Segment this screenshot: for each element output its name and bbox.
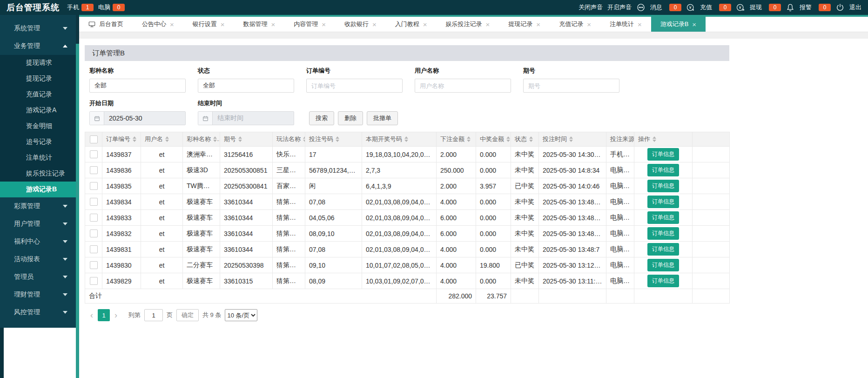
sidebar-item[interactable]: 彩票管理 xyxy=(0,197,76,215)
sort-icon[interactable] xyxy=(165,136,169,142)
start-date-input[interactable]: 2025-05-30 xyxy=(89,111,186,125)
close-icon[interactable]: × xyxy=(271,21,276,28)
status-select[interactable]: 全部 xyxy=(198,79,294,93)
page-size-select[interactable]: 10 条/页 xyxy=(225,309,257,321)
username-input[interactable] xyxy=(415,79,511,93)
row-checkbox[interactable] xyxy=(90,230,98,237)
row-checkbox[interactable] xyxy=(90,198,98,206)
sort-icon[interactable] xyxy=(303,136,305,142)
scrollbar-thumb[interactable] xyxy=(76,44,79,378)
sidebar-item[interactable]: 管理员 xyxy=(0,268,76,286)
search-button[interactable]: 搜索 xyxy=(309,111,334,125)
sort-icon[interactable] xyxy=(238,136,242,142)
sort-icon[interactable] xyxy=(529,136,533,142)
withdraw-link[interactable]: 提现 xyxy=(750,3,762,12)
order-info-button[interactable]: 订单信息 xyxy=(647,211,679,224)
messages-link[interactable]: 消息 xyxy=(650,3,662,12)
row-checkbox[interactable] xyxy=(90,150,98,158)
row-checkbox[interactable] xyxy=(90,261,98,269)
column-header[interactable]: 投注号码 xyxy=(305,132,362,147)
tab[interactable]: 提现记录 × xyxy=(499,17,550,32)
page-1-button[interactable]: 1 xyxy=(98,309,110,321)
column-header[interactable]: 状态 xyxy=(511,132,539,147)
row-checkbox[interactable] xyxy=(90,277,98,285)
sidebar-item[interactable]: 用户管理 xyxy=(0,215,76,233)
logout-button[interactable]: 退出 xyxy=(849,3,861,12)
order-info-button[interactable]: 订单信息 xyxy=(647,164,679,176)
power-icon[interactable] xyxy=(835,3,845,12)
column-header[interactable]: 彩种名称 xyxy=(183,132,220,147)
row-checkbox[interactable] xyxy=(90,182,98,190)
tab[interactable]: 游戏记录B × xyxy=(651,17,706,32)
batch-cancel-button[interactable]: 批撤单 xyxy=(367,111,398,125)
sidebar-item[interactable]: 风控管理 xyxy=(0,304,76,321)
order-info-button[interactable]: 订单信息 xyxy=(647,275,679,287)
next-page-button[interactable]: › xyxy=(114,311,118,319)
sort-icon[interactable] xyxy=(569,136,573,142)
alarm-link[interactable]: 报警 xyxy=(800,3,812,12)
column-header[interactable]: 玩法名称 xyxy=(273,132,305,147)
prev-page-button[interactable]: ‹ xyxy=(89,311,94,319)
tab[interactable]: 内容管理 × xyxy=(284,17,335,32)
sort-icon[interactable] xyxy=(404,136,408,142)
close-icon[interactable]: × xyxy=(170,21,174,28)
sidebar-item[interactable]: 理财管理 xyxy=(0,286,76,304)
close-icon[interactable]: × xyxy=(322,21,326,28)
sidebar-item[interactable]: 业务管理 xyxy=(0,37,76,55)
close-icon[interactable]: × xyxy=(486,21,490,28)
sidebar-item[interactable]: 充值记录 xyxy=(0,87,76,102)
column-header[interactable]: 操作 xyxy=(634,132,693,147)
close-icon[interactable]: × xyxy=(638,21,642,28)
tab[interactable]: 公告中心 × xyxy=(133,17,183,32)
sidebar-item[interactable]: 系统管理 xyxy=(0,20,76,37)
confirm-button[interactable]: 确定 xyxy=(176,309,199,321)
message-icon[interactable] xyxy=(636,3,646,12)
row-checkbox[interactable] xyxy=(90,214,98,222)
close-icon[interactable]: × xyxy=(692,21,696,28)
tab[interactable]: 后台首页 × xyxy=(79,17,133,32)
tab[interactable]: 收款银行 × xyxy=(335,17,386,32)
column-header[interactable]: 投注来源 xyxy=(606,132,634,147)
sidebar-item[interactable]: 追号记录 xyxy=(0,134,76,150)
sort-icon[interactable] xyxy=(336,136,339,142)
recharge-icon[interactable]: ¥ xyxy=(686,3,695,12)
tab[interactable]: 充值记录 × xyxy=(550,17,600,32)
sidebar-item[interactable]: 提现请求 xyxy=(0,55,76,71)
column-header[interactable]: 下注金额 xyxy=(437,132,476,147)
order-info-button[interactable]: 订单信息 xyxy=(647,196,679,208)
delete-button[interactable]: 删除 xyxy=(338,111,363,125)
sidebar-item[interactable]: 资金明细 xyxy=(0,118,76,134)
column-header[interactable]: 投注时间 xyxy=(539,132,606,147)
end-time-input[interactable]: 结束时间 xyxy=(198,111,294,125)
sidebar-item[interactable]: 娱乐投注记录 xyxy=(0,166,76,182)
order-info-button[interactable]: 订单信息 xyxy=(647,259,679,271)
close-icon[interactable]: × xyxy=(536,21,540,28)
bell-icon[interactable] xyxy=(786,3,795,12)
lottery-name-select[interactable]: 全部 xyxy=(89,79,186,93)
tab[interactable]: 银行设置 × xyxy=(183,17,234,32)
order-info-button[interactable]: 订单信息 xyxy=(647,148,679,161)
row-checkbox[interactable] xyxy=(90,166,98,174)
sort-icon[interactable] xyxy=(213,136,217,142)
column-header[interactable]: 订单编号 xyxy=(102,132,141,147)
select-all-checkbox[interactable] xyxy=(90,135,98,143)
unmute-sound-button[interactable]: 开启声音 xyxy=(607,3,632,12)
row-checkbox[interactable] xyxy=(90,245,98,253)
close-icon[interactable]: × xyxy=(587,21,591,28)
sidebar-item[interactable]: 注单统计 xyxy=(0,150,76,166)
column-header[interactable]: 用户名 xyxy=(141,132,183,147)
order-info-button[interactable]: 订单信息 xyxy=(647,243,679,256)
sort-icon[interactable] xyxy=(506,136,510,142)
order-info-button[interactable]: 订单信息 xyxy=(647,227,679,240)
sidebar-item[interactable]: 提现记录 xyxy=(0,71,76,87)
jump-page-input[interactable] xyxy=(144,309,163,321)
sort-icon[interactable] xyxy=(133,136,136,142)
tab[interactable]: 注单统计 × xyxy=(600,17,651,32)
sort-icon[interactable] xyxy=(653,136,656,142)
sidebar-scrollbar[interactable] xyxy=(76,15,79,378)
close-icon[interactable]: × xyxy=(372,21,377,28)
tab[interactable]: 娱乐投注记录 × xyxy=(437,17,499,32)
sidebar-item[interactable]: 福利中心 xyxy=(0,233,76,250)
tab[interactable]: 数据管理 × xyxy=(234,17,285,32)
withdraw-icon[interactable]: ¥ xyxy=(736,3,745,12)
